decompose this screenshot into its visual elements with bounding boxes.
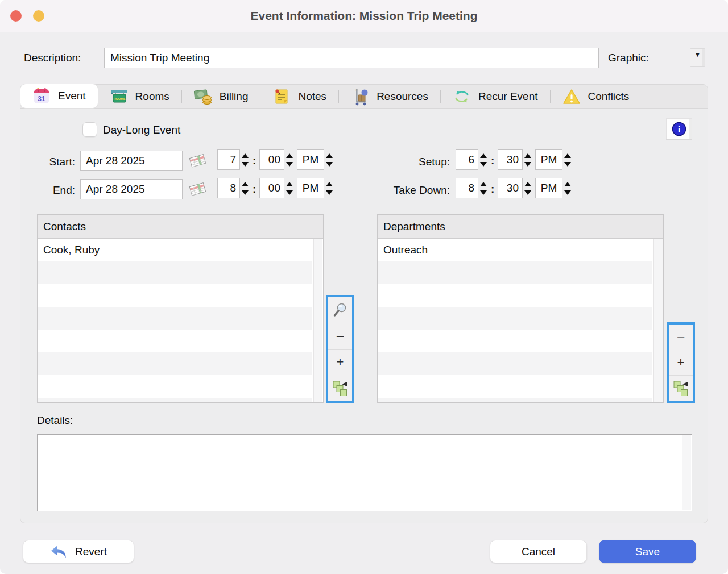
description-input[interactable] (104, 48, 599, 68)
revert-arrow-icon (50, 544, 67, 559)
recur-arrows-icon (453, 88, 471, 106)
take-down-hour-field[interactable]: 8 (456, 178, 478, 198)
list-item-empty (378, 261, 652, 284)
setup-hour-field[interactable]: 6 (456, 149, 478, 170)
stepper-down-icon (286, 162, 293, 167)
revert-button-label: Revert (75, 546, 107, 558)
tab-label: Notes (298, 90, 326, 103)
setup-ampm-value: PM (541, 153, 557, 166)
warning-icon (562, 88, 581, 106)
time-separator: : (253, 183, 256, 196)
minus-icon: – (337, 328, 344, 343)
list-item[interactable]: Outreach (378, 239, 652, 261)
stepper-up-icon (480, 153, 487, 158)
contacts-pick-from-list-button[interactable] (328, 375, 352, 401)
tab-notes[interactable]: Notes (260, 85, 338, 108)
tab-label: Recur Event (478, 90, 538, 103)
setup-minute-stepper[interactable] (523, 149, 533, 170)
tab-resources[interactable]: Resources (339, 85, 440, 108)
setup-minute-field[interactable]: 30 (498, 149, 523, 170)
calendar-picker-icon (186, 180, 209, 199)
list-item-empty (378, 284, 652, 307)
cancel-button[interactable]: Cancel (490, 540, 587, 563)
contacts-list: Contacts Cook, Ruby (37, 214, 324, 403)
details-input[interactable] (38, 435, 682, 511)
departments-add-button[interactable]: + (669, 350, 693, 375)
svg-text:31: 31 (38, 95, 46, 103)
details-scrollbar[interactable] (682, 435, 691, 510)
setup-ampm-stepper[interactable] (562, 149, 573, 170)
tab-billing[interactable]: Billing (182, 85, 260, 108)
tab-recur-event[interactable]: Recur Event (441, 85, 550, 108)
start-date-field[interactable]: Apr 28 2025 (80, 151, 183, 171)
rooms-sign-icon: ROOMS (110, 88, 128, 106)
contacts-search-button[interactable] (328, 297, 352, 323)
day-long-event-checkbox[interactable] (82, 122, 97, 137)
time-separator: : (491, 155, 494, 167)
stepper-up-icon (480, 182, 487, 186)
end-minute-field[interactable]: 00 (259, 178, 284, 198)
take-down-hour-value: 8 (468, 182, 474, 194)
setup-ampm-field[interactable]: PM (535, 149, 562, 170)
contacts-rows: Cook, Ruby (38, 239, 312, 402)
stepper-down-icon (524, 162, 531, 167)
stepper-up-icon (524, 153, 531, 158)
revert-button[interactable]: Revert (23, 540, 134, 563)
cancel-button-label: Cancel (522, 546, 555, 558)
list-picker-icon (673, 380, 689, 396)
graphic-dropdown-button[interactable]: ▼ (690, 48, 705, 67)
take-down-minute-field[interactable]: 30 (498, 178, 523, 198)
end-hour-field[interactable]: 8 (217, 178, 240, 198)
start-label: Start: (32, 156, 75, 168)
setup-hour-stepper[interactable] (478, 149, 489, 170)
contacts-scrollbar[interactable] (313, 239, 322, 402)
end-hour-stepper[interactable] (240, 178, 250, 198)
save-button[interactable]: Save (599, 540, 696, 563)
tab-event[interactable]: 31 Event (20, 84, 98, 108)
info-button[interactable]: i (666, 118, 692, 139)
take-down-hour-stepper[interactable] (478, 178, 489, 198)
tab-label: Event (58, 90, 86, 102)
list-item-empty (378, 398, 652, 403)
tab-conflicts[interactable]: Conflicts (551, 85, 642, 108)
start-minute-stepper[interactable] (284, 149, 295, 170)
tab-label: Resources (377, 90, 428, 103)
list-item-empty (38, 352, 312, 375)
start-calendar-picker-button[interactable] (186, 151, 209, 170)
description-label: Description: (24, 52, 81, 64)
end-calendar-picker-button[interactable] (186, 180, 209, 199)
calendar-picker-icon (186, 151, 209, 170)
departments-pick-from-list-button[interactable] (669, 375, 693, 401)
start-hour-stepper[interactable] (240, 149, 250, 170)
stepper-down-icon (524, 190, 531, 195)
list-item-empty (378, 307, 652, 330)
end-minute-stepper[interactable] (284, 178, 295, 198)
departments-scrollbar[interactable] (653, 239, 663, 402)
start-hour-field[interactable]: 7 (217, 149, 240, 170)
end-date-field[interactable]: Apr 28 2025 (80, 179, 183, 199)
details-label: Details: (37, 414, 73, 427)
start-minute-field[interactable]: 00 (259, 149, 284, 170)
list-item-empty (38, 330, 312, 352)
contacts-remove-button[interactable]: – (328, 323, 352, 349)
take-down-ampm-stepper[interactable] (562, 178, 573, 198)
tab-strip: 31 Event ROOMS Rooms (20, 85, 708, 109)
list-item[interactable]: Cook, Ruby (38, 239, 312, 261)
tab-rooms[interactable]: ROOMS Rooms (98, 85, 181, 108)
event-information-window: Event Information: Mission Trip Meeting … (0, 0, 728, 574)
chevron-down-icon: ▼ (694, 51, 701, 58)
calendar-31-icon: 31 (32, 87, 51, 105)
details-area (37, 434, 692, 511)
stepper-down-icon (242, 190, 249, 195)
take-down-minute-stepper[interactable] (523, 178, 533, 198)
list-item-empty (378, 352, 652, 375)
info-icon: i (671, 121, 687, 137)
tab-label: Rooms (135, 90, 169, 103)
list-picker-icon (332, 380, 348, 396)
end-label: End: (32, 184, 75, 197)
stepper-up-icon (242, 153, 249, 158)
departments-remove-button[interactable]: – (669, 325, 693, 350)
note-icon (272, 88, 291, 106)
contacts-add-button[interactable]: + (328, 349, 352, 375)
take-down-ampm-field[interactable]: PM (535, 178, 562, 198)
